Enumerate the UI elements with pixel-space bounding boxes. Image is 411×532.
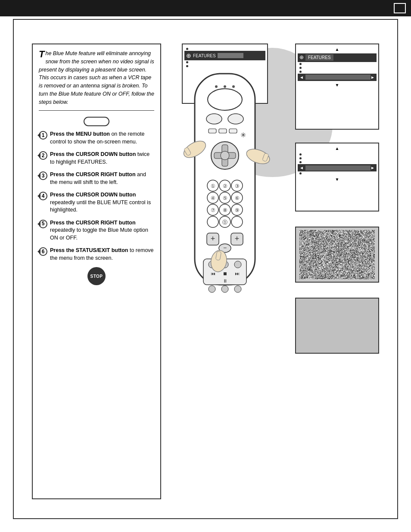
panel3-dot1 xyxy=(299,152,375,156)
panel3-dot4 xyxy=(299,171,375,175)
panel2-dot3 xyxy=(299,70,375,74)
panel3-blue-mute: ◄ ► xyxy=(298,164,377,171)
svg-point-2 xyxy=(215,85,218,88)
svg-point-51 xyxy=(209,286,215,292)
svg-point-3 xyxy=(224,85,226,88)
step-6-text: Press the STATUS/EXIT button to remove t… xyxy=(50,247,154,262)
menu-panel-4-noise xyxy=(295,227,379,283)
svg-text:④: ④ xyxy=(211,195,215,201)
panel3-dot2 xyxy=(299,156,375,160)
svg-text:⓪: ⓪ xyxy=(222,219,227,225)
step-3-text: Press the CURSOR RIGHT button and the me… xyxy=(50,171,154,186)
svg-text:⏸: ⏸ xyxy=(223,278,227,283)
menu-dot-3 xyxy=(186,65,188,67)
menu-panel-2: ▲ ⊕ FEATURES ◄ ► ▼ xyxy=(295,44,379,130)
step-3-number: 3 xyxy=(39,171,47,180)
svg-text:+: + xyxy=(235,234,240,243)
panel2-dot2 xyxy=(299,66,375,70)
svg-text:⑦: ⑦ xyxy=(211,207,215,213)
stop-button-container: STOP xyxy=(39,267,154,285)
step-1-number: 1 xyxy=(39,131,47,140)
instruction-panel: The Blue Mute feature will eliminate ann… xyxy=(32,44,161,499)
svg-text:−: − xyxy=(223,244,227,251)
remote-control-illustration: ✳ ① ② ③ ④ ⑤ ⑥ xyxy=(177,69,272,312)
panel2-dot1 xyxy=(299,62,375,66)
menu-button-shape xyxy=(84,117,109,126)
svg-rect-7 xyxy=(209,129,216,133)
panel2-arrow-down: ▼ xyxy=(299,83,375,87)
menu-button-illustration xyxy=(39,117,154,126)
menu-row-blank1 xyxy=(186,47,264,51)
step-6-number: 6 xyxy=(39,247,47,256)
step-2-number: 2 xyxy=(39,151,47,160)
svg-text:+: + xyxy=(211,234,215,243)
svg-point-6 xyxy=(228,114,243,124)
step-2-text: Press the CURSOR DOWN button twice to hi… xyxy=(50,151,154,166)
panel3-arrow-down: ▼ xyxy=(299,177,375,182)
panel2-arrow-up: ▲ xyxy=(299,47,375,52)
svg-point-53 xyxy=(234,286,241,292)
step-5-number: 5 xyxy=(39,220,47,228)
svg-rect-9 xyxy=(229,129,237,133)
menu-row-features-highlighted: ⊕ FEATURES xyxy=(184,51,265,60)
svg-point-1 xyxy=(208,89,242,110)
menu-row-blank3 xyxy=(186,64,264,68)
page-number-box xyxy=(394,3,406,13)
svg-point-33 xyxy=(207,216,218,227)
svg-point-36 xyxy=(231,216,243,227)
step-3: 3 Press the CURSOR RIGHT button and the … xyxy=(39,171,154,186)
svg-text:⑥: ⑥ xyxy=(235,195,240,201)
noise-canvas xyxy=(299,230,375,279)
step-1-text: Press the MENU button on the remote cont… xyxy=(50,131,154,146)
svg-point-46 xyxy=(234,261,241,268)
step-4-number: 4 xyxy=(39,192,47,200)
intro-body: he Blue Mute feature will eliminate anno… xyxy=(39,50,154,105)
right-area: ✳ ① ② ③ ④ ⑤ ⑥ xyxy=(169,44,379,499)
step-2: 2 Press the CURSOR DOWN button twice to … xyxy=(39,151,154,166)
svg-rect-8 xyxy=(219,129,227,133)
stop-button: STOP xyxy=(87,267,106,285)
svg-text:③: ③ xyxy=(235,183,240,189)
svg-text:⑤: ⑤ xyxy=(223,195,227,201)
svg-text:②: ② xyxy=(223,183,227,189)
svg-text:⑧: ⑧ xyxy=(223,207,227,213)
drop-cap: T xyxy=(39,50,44,59)
panel2-blue-mute: ◄ ► xyxy=(298,74,377,81)
step-5-text: Press the CURSOR RIGHT button repeatedly… xyxy=(50,219,154,242)
step-5: 5 Press the CURSOR RIGHT button repeated… xyxy=(39,219,154,242)
menu-dot-2 xyxy=(186,61,188,63)
step-1: 1 Press the MENU button on the remote co… xyxy=(39,131,154,146)
step-4: 4 Press the CURSOR DOWN button repeatedl… xyxy=(39,191,154,214)
svg-point-5 xyxy=(206,114,222,124)
step-4-text: Press the CURSOR DOWN button repeatedly … xyxy=(50,191,154,214)
svg-text:⏮: ⏮ xyxy=(211,271,215,276)
svg-point-52 xyxy=(221,286,228,292)
svg-text:⏹: ⏹ xyxy=(223,271,227,276)
main-content-border: The Blue Mute feature will eliminate ann… xyxy=(13,19,398,519)
menu-row-blank2 xyxy=(186,60,264,64)
svg-text:⑨: ⑨ xyxy=(235,207,240,213)
svg-point-4 xyxy=(232,85,235,88)
svg-point-14 xyxy=(221,151,229,160)
menu-dot-1 xyxy=(186,48,188,50)
svg-text:⏭: ⏭ xyxy=(235,271,240,276)
panel3-dot3 xyxy=(299,160,375,164)
top-bar xyxy=(0,0,411,16)
svg-text:①: ① xyxy=(211,183,215,189)
intro-text: The Blue Mute feature will eliminate ann… xyxy=(39,50,154,111)
menu-panel-3: ▲ ◄ ► ▼ xyxy=(295,143,379,212)
panel3-arrow-up: ▲ xyxy=(299,146,375,151)
svg-text:✳: ✳ xyxy=(240,131,246,139)
step-6: 6 Press the STATUS/EXIT button to remove… xyxy=(39,247,154,262)
panel2-row-icon: ⊕ FEATURES xyxy=(298,53,377,62)
menu-panel-5-blue xyxy=(295,298,379,354)
